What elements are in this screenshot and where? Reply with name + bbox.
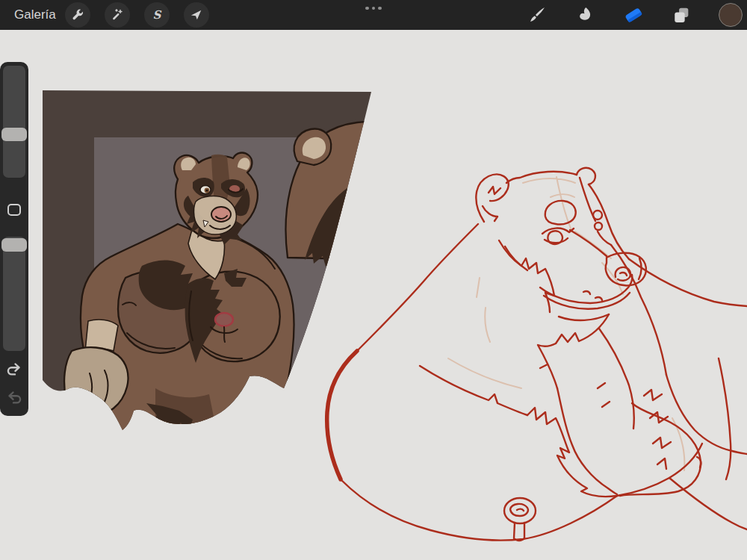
paint-tool-button[interactable] [524, 2, 550, 28]
top-toolbar: Galería S [0, 0, 747, 30]
paintbrush-icon [527, 4, 548, 25]
gallery-button[interactable]: Galería [14, 0, 56, 30]
undo-arrow-icon [5, 361, 23, 378]
selection-button[interactable]: S [144, 2, 170, 28]
ellipsis-icon[interactable] [363, 4, 384, 12]
opacity-slider[interactable] [3, 237, 25, 351]
procreate-window: Galería S [0, 0, 747, 560]
wrench-icon [70, 7, 85, 22]
brush-size-slider[interactable] [3, 66, 25, 178]
redo-arrow-icon [5, 390, 23, 406]
actions-button[interactable] [65, 2, 90, 28]
layers-icon [671, 4, 692, 25]
brush-size-handle[interactable] [1, 128, 27, 141]
smudge-tool-button[interactable] [572, 2, 598, 28]
layers-button[interactable] [669, 2, 694, 28]
adjustments-button[interactable] [105, 2, 130, 28]
eraser-tool-button[interactable] [621, 2, 646, 28]
color-button[interactable] [718, 2, 743, 28]
selection-s-icon: S [149, 7, 164, 22]
magic-wand-icon [110, 7, 125, 22]
red-sketch [327, 168, 747, 541]
reference-painting [43, 90, 390, 433]
transform-button[interactable] [184, 2, 209, 28]
svg-text:S: S [153, 8, 162, 22]
eraser-icon [622, 4, 645, 26]
brush-sidebar [0, 62, 28, 416]
redo-button[interactable] [0, 386, 28, 410]
opacity-handle[interactable] [1, 238, 27, 252]
modify-button[interactable] [0, 193, 28, 226]
mirror-bear [286, 122, 390, 268]
transform-arrow-icon [189, 7, 204, 22]
color-swatch [719, 3, 743, 27]
canvas[interactable] [0, 0, 747, 560]
smudge-icon [574, 4, 595, 25]
undo-button[interactable] [0, 358, 28, 382]
modify-square-icon [7, 204, 21, 216]
